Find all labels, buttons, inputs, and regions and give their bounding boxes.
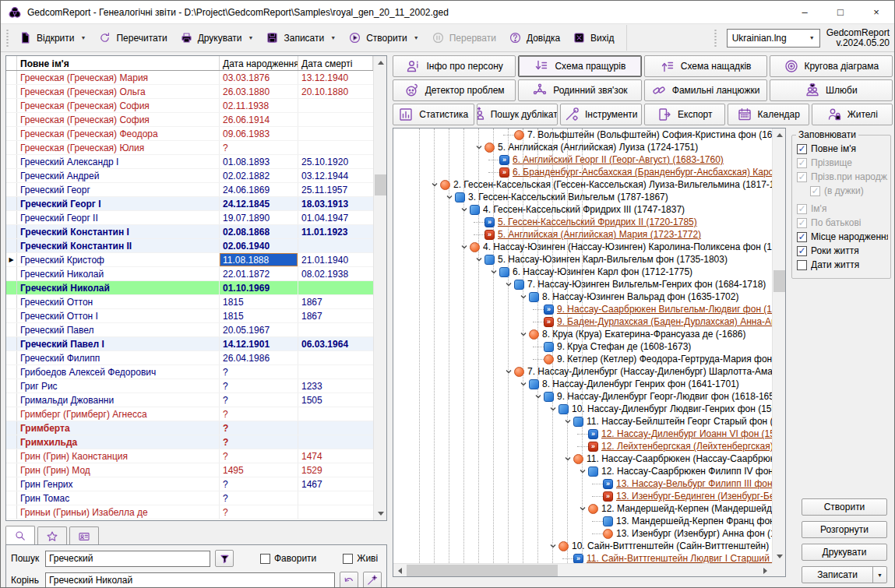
birth-date-cell[interactable]: ? [220,505,298,519]
tree-item[interactable]: 5. Нассау-Юзинген Карл-Вильгельм фон (17… [393,253,772,266]
expand-chevron-icon[interactable] [459,206,470,213]
death-date-cell[interactable] [298,323,373,336]
tree-item[interactable]: 9. Нассау-Диленбург Георг-Людвиг фон (16… [393,390,772,403]
birth-date-cell[interactable]: ? [220,477,298,491]
death-date-cell[interactable]: 1867 [298,295,373,308]
scroll-right-button[interactable] [759,564,772,577]
birth-date-cell[interactable]: 24.06.1869 [220,183,298,196]
reread-button[interactable]: Перечитати [92,28,173,48]
table-row[interactable]: Греческая (Греческая) Ольга26.03.188020.… [6,85,373,99]
open-button[interactable]: Відкрити [12,28,81,48]
tab-family-chains[interactable]: Фамильні ланцюжки [644,79,767,101]
death-date-cell[interactable] [298,435,373,449]
tab-circular-diagram[interactable]: Кругова діаграма [770,55,893,77]
name-cell[interactable]: Гриньи (Гриньи) Изабелла де [17,505,220,519]
expand-chevron-icon[interactable] [518,380,529,388]
birth-date-cell[interactable]: 02.02.1882 [220,169,298,182]
name-cell[interactable]: Греческий Николай [17,267,220,280]
print-report-button[interactable]: Друкувати [802,544,887,561]
table-row[interactable]: Греческая (Греческая) Мария03.03.187613.… [6,71,373,85]
birth-date-cell[interactable]: 02.08.1868 [220,225,298,238]
tab-search[interactable] [5,526,35,545]
expand-chevron-icon[interactable] [474,255,484,263]
scroll-up-button[interactable] [374,56,387,69]
death-date-cell[interactable]: 1467 [298,477,373,491]
name-cell[interactable]: Греческий Оттон I [17,309,220,322]
set-root-button[interactable] [340,572,358,587]
tree-item[interactable]: 10. Сайн-Виттгенштейн (Сайн-Виттгенштейн… [393,540,772,552]
birth-date-cell[interactable]: ? [220,393,298,407]
tree-item[interactable]: 11. Нассау-Бейлштейн Георг Старый фон (1… [393,415,772,428]
table-row[interactable]: Грибоедов Алексей Федорович? [6,365,373,379]
tree-item[interactable]: 2. Гессен-Кассельская (Гессен-Кассельска… [393,178,772,191]
death-date-cell[interactable] [298,113,373,126]
expand-chevron-icon[interactable] [577,505,588,512]
name-cell[interactable]: Греческая (Греческая) София [17,113,220,126]
death-date-cell[interactable] [298,281,373,294]
table-row[interactable]: Греческий Оттон18151867 [6,295,373,309]
tree-item[interactable]: 11. Нассау-Саарбрюкен (Нассау-Саарбрюкен… [393,452,772,465]
tree-item[interactable]: 9. Кетлер (Кетлер) Феодора-Гертруда-Мари… [393,353,772,365]
tab-calendar[interactable]: Календар [728,104,809,125]
favorites-checkbox[interactable] [260,554,270,564]
name-cell[interactable]: Гримберта [17,421,220,435]
table-row[interactable]: Греческий Николай01.10.1969 [6,281,373,295]
expand-chevron-icon[interactable] [474,143,484,151]
checkbox[interactable] [797,232,807,242]
scrollbar-thumb[interactable] [407,565,558,576]
table-row[interactable]: Грин (Грин) Мод14951529 [6,463,373,477]
table-row[interactable]: Греческая (Греческая) София02.11.1938 [6,99,373,113]
death-date-cell[interactable] [298,99,373,112]
name-cell[interactable]: Греческая (Греческая) София [17,99,220,112]
tree-item[interactable]: 4. Гессен-Кассельский Фридрих III (1747-… [393,203,772,216]
save-button[interactable]: Записати [259,28,330,48]
table-row[interactable]: Григ Рис?1233 [6,379,373,393]
birth-date-cell[interactable]: 22.01.1872 [220,267,298,280]
scrollbar-thumb[interactable] [773,270,785,292]
tree-item[interactable]: »6. Бранденбург-Ансбахская (Бранденбург-… [393,166,772,178]
table-row[interactable]: Гримберта? [6,421,373,435]
checkbox[interactable] [797,246,807,256]
interrupt-button[interactable]: Перервати [425,28,502,48]
tree-item[interactable]: 12. Нассау-Саарбрюкен Филипп IV фон (15 [393,465,772,477]
birth-date-cell[interactable]: 01.08.1893 [220,155,298,168]
tab-statistics[interactable]: Статистика [393,104,474,125]
create-report-button[interactable]: Створити [802,498,887,516]
tab-favorites[interactable] [37,526,67,545]
birth-date-cell[interactable]: 11.08.1888 [220,253,298,266]
birth-date-cell[interactable]: 26.06.1914 [220,113,298,126]
tab-residents[interactable]: Жителі [812,104,893,125]
birth-date-cell[interactable]: 20.05.1967 [220,323,298,336]
tree-item[interactable]: »12. Нассау-Диленбург Иоанн VI фон (1535 [393,428,772,440]
death-date-cell[interactable]: 25.10.1920 [298,155,373,168]
death-date-cell[interactable]: 01.04.1947 [298,211,373,224]
name-cell[interactable]: Грибоедов Алексей Федорович [17,365,220,379]
death-date-cell[interactable] [298,351,373,364]
print-button-dropdown-arrow[interactable]: ▼ [248,35,257,40]
language-select[interactable]: Ukrainian.lng ▼ [727,29,820,48]
open-button-dropdown-arrow[interactable]: ▼ [81,35,90,40]
death-date-cell[interactable]: 21.01.1940 [298,253,373,266]
death-date-cell[interactable] [298,407,373,421]
name-cell[interactable]: Грин (Грин) Мод [17,463,220,477]
death-date-cell[interactable] [298,491,373,505]
death-date-cell[interactable]: 08.02.1938 [298,267,373,280]
table-row[interactable]: ▶Греческий Кристоф11.08.188821.01.1940 [6,253,373,267]
close-button[interactable]: × [858,1,894,23]
death-date-cell[interactable]: 13.12.1940 [298,71,373,84]
birth-date-cell[interactable]: ? [220,407,298,421]
tree-item[interactable]: 13. Мандершейд-Керпен Франц фон (1 [393,515,772,527]
checkbox[interactable] [797,144,807,154]
tree-item[interactable]: »6. Английский Георг II (Георг-Август) (… [393,153,772,166]
filter-button[interactable] [215,550,234,567]
name-cell[interactable]: Грин (Грин) Каонстанция [17,449,220,463]
death-date-cell[interactable]: 03.12.1944 [298,169,373,182]
table-row[interactable]: Греческий Павел I14.12.190106.03.1964 [6,337,373,351]
tree-item[interactable]: »13. Изенбург-Бединген (Изенбург-Бед [393,490,772,502]
birth-date-cell[interactable]: 26.03.1880 [220,85,298,98]
death-date-cell[interactable]: 18.03.1913 [298,197,373,210]
table-row[interactable]: Греческий Андрей02.02.188203.12.1944 [6,169,373,183]
tree-vertical-scrollbar[interactable] [772,129,785,563]
death-date-cell[interactable]: 25.11.1957 [298,183,373,196]
tab-descendants-scheme[interactable]: Схема нащадків [644,55,767,77]
